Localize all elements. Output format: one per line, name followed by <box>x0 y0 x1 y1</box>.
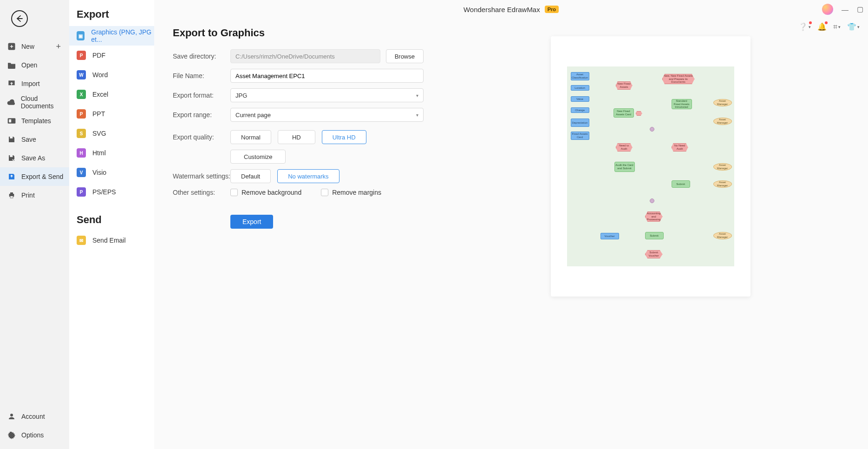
diagram-shape: Asset Manager <box>713 163 732 171</box>
image-file-icon: ▣ <box>77 31 85 40</box>
nav-item-new[interactable]: New + <box>0 37 69 56</box>
diagram-shape: New Fixed Assets <box>616 81 633 90</box>
diagram-shape: Submit <box>645 232 664 239</box>
checkbox-icon <box>230 189 238 196</box>
export-item-html[interactable]: H Html <box>69 143 154 163</box>
nav-label: Export & Send <box>21 173 63 180</box>
export-item-svg[interactable]: S SVG <box>69 124 154 143</box>
nav-item-templates[interactable]: Templates <box>0 112 69 130</box>
nav-item-export[interactable]: Export & Send <box>0 167 69 186</box>
nav-label: Cloud Documents <box>21 95 69 110</box>
diagram-shape: Need to Audit <box>616 143 633 152</box>
diagram-shape: Asset Classification <box>571 72 589 80</box>
nav-item-options[interactable]: Options <box>0 426 69 444</box>
send-heading: Send <box>69 202 154 231</box>
export-item-excel[interactable]: X Excel <box>69 85 154 104</box>
label-watermark: Watermark settings: <box>173 172 230 180</box>
templates-icon <box>7 116 17 126</box>
import-icon <box>7 79 17 89</box>
nav-item-open[interactable]: Open <box>0 56 69 74</box>
label-range: Export range: <box>173 111 230 119</box>
svg-point-7 <box>10 414 13 416</box>
plus-icon[interactable]: + <box>56 42 61 52</box>
export-item-visio[interactable]: V Visio <box>69 163 154 182</box>
browse-button[interactable]: Browse <box>386 49 424 63</box>
nav-label: Save As <box>21 154 45 162</box>
send-item-label: Send Email <box>92 237 126 244</box>
checkbox-icon <box>321 189 328 196</box>
word-file-icon: W <box>77 70 86 79</box>
label-other: Other settings: <box>173 189 230 196</box>
svg-rect-1 <box>8 118 16 124</box>
app-title: Wondershare EdrawMax <box>463 6 540 13</box>
nav-item-print[interactable]: Print <box>0 186 69 205</box>
diagram-connector <box>650 198 654 203</box>
quality-hd[interactable]: HD <box>278 130 315 144</box>
export-item-pdf[interactable]: P PDF <box>69 46 154 65</box>
format-select[interactable]: JPG <box>230 88 424 102</box>
svg-rect-4 <box>10 155 13 157</box>
print-icon <box>7 190 17 200</box>
customize-button[interactable]: Customize <box>230 150 286 164</box>
diagram-shape: Submit Voucher <box>645 250 663 258</box>
diagram-shape: New Fixed Assets Card <box>613 108 634 118</box>
range-select[interactable]: Current page <box>230 108 424 122</box>
diagram-shape: Standard Fixed Assets Introduced <box>672 99 692 109</box>
window-minimize-button[interactable]: ― <box>842 6 848 13</box>
export-item-pseps[interactable]: P PS/EPS <box>69 182 154 202</box>
export-item-label: SVG <box>92 130 106 137</box>
export-button[interactable]: Export <box>230 215 273 229</box>
file-name-input[interactable] <box>230 69 424 83</box>
export-item-label: Html <box>92 149 106 157</box>
diagram-shape <box>636 111 642 116</box>
diagram-shape: Asset Manager <box>713 118 732 125</box>
checkbox-remove-margins[interactable]: Remove margins <box>321 189 381 196</box>
export-item-label: Graphics (PNG, JPG et... <box>91 28 154 43</box>
avatar[interactable] <box>822 4 833 15</box>
quality-normal[interactable]: Normal <box>230 130 271 144</box>
content-row: Export to Graphics Save directory: C:/Us… <box>154 19 868 449</box>
diagram-shape: Value <box>571 96 589 102</box>
titlebar: Wondershare EdrawMax Pro ― ▢ <box>154 0 868 19</box>
folder-icon <box>7 60 17 70</box>
export-heading: Export <box>69 8 154 26</box>
main-panel: Wondershare EdrawMax Pro ― ▢ ❔▾ 🔔 ⌗▾ 👕▾ … <box>154 0 868 449</box>
arrow-left-icon <box>15 14 24 23</box>
export-item-graphics[interactable]: ▣ Graphics (PNG, JPG et... <box>69 26 154 46</box>
window-controls: ― ▢ <box>822 4 863 15</box>
quality-ultra-hd[interactable]: Ultra HD <box>322 130 366 144</box>
watermark-default[interactable]: Default <box>230 169 271 183</box>
cloud-icon <box>7 97 16 107</box>
watermark-none[interactable]: No watermarks <box>277 169 339 183</box>
diagram-shape: Location <box>571 85 589 91</box>
diagram-shape: Accounting and Processing <box>645 211 663 222</box>
nav-item-account[interactable]: Account <box>0 407 69 426</box>
nav-item-save[interactable]: Save <box>0 130 69 149</box>
label-quality: Export quality: <box>173 133 230 141</box>
mail-icon: ✉ <box>77 236 86 245</box>
export-icon <box>7 172 17 182</box>
plus-square-icon <box>7 41 17 52</box>
svg-file-icon: S <box>77 129 86 138</box>
svg-rect-2 <box>9 119 11 123</box>
export-column: Export ▣ Graphics (PNG, JPG et... P PDF … <box>69 0 154 449</box>
nav-label: Open <box>21 61 37 69</box>
nav-item-cloud[interactable]: Cloud Documents <box>0 93 69 112</box>
label-format: Export format: <box>173 92 230 99</box>
diagram-shape: Asset Manager <box>713 99 732 106</box>
nav-item-import[interactable]: Import <box>0 74 69 93</box>
diagram-shape: Submit <box>672 180 690 188</box>
gear-icon <box>7 430 17 440</box>
export-item-label: PS/EPS <box>92 188 116 196</box>
back-button[interactable] <box>11 10 28 27</box>
export-item-ppt[interactable]: P PPT <box>69 104 154 124</box>
nav-label: Print <box>21 191 35 199</box>
nav-item-saveas[interactable]: Save As <box>0 149 69 167</box>
window-maximize-button[interactable]: ▢ <box>857 5 863 13</box>
label-save-dir: Save directory: <box>173 53 230 60</box>
diagram-shape: Fixed Assets Card <box>571 132 589 140</box>
send-item-email[interactable]: ✉ Send Email <box>69 231 154 250</box>
export-item-word[interactable]: W Word <box>69 65 154 85</box>
pdf-file-icon: P <box>77 51 86 60</box>
checkbox-remove-bg[interactable]: Remove background <box>230 189 301 196</box>
